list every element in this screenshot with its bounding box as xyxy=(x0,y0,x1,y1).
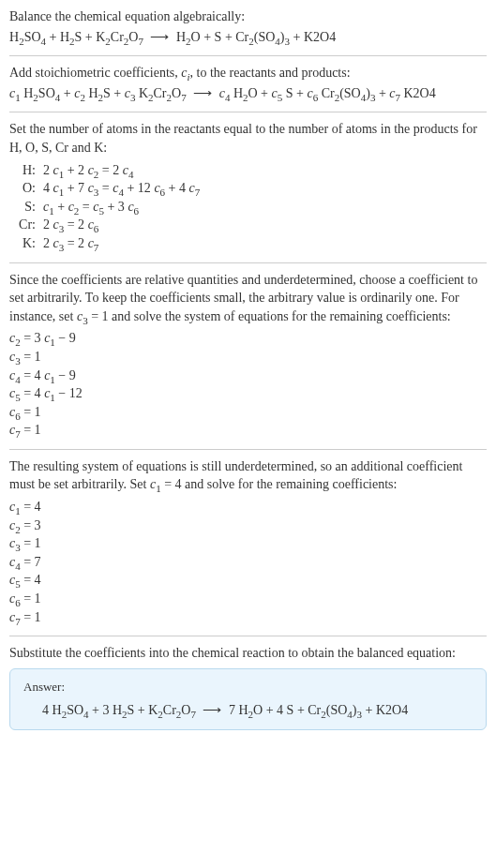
element-equation: 2 c1 + 2 c2 = 2 c4 xyxy=(39,161,203,180)
coefficient-line: c2 = 3 c1 − 9 xyxy=(9,329,487,348)
element-equation: c1 + c2 = c5 + 3 c6 xyxy=(39,198,203,217)
title-line: Balance the chemical equation algebraica… xyxy=(9,7,487,26)
element-label: S: xyxy=(9,198,39,217)
coefficient-line: c6 = 1 xyxy=(9,403,487,422)
equation-with-coefficients: c1 H2SO4 + c2 H2S + c3 K2Cr2O7 ⟶ c4 H2O … xyxy=(9,84,487,103)
divider xyxy=(9,112,487,112)
coefficient-list-1: c2 = 3 c1 − 9 c3 = 1 c4 = 4 c1 − 9 c5 = … xyxy=(9,329,487,440)
table-row: O: 4 c1 + 7 c3 = c4 + 12 c6 + 4 c7 xyxy=(9,179,203,198)
table-row: K: 2 c3 = 2 c7 xyxy=(9,234,203,253)
divider xyxy=(9,636,487,636)
step-underdetermined-2: The resulting system of equations is sti… xyxy=(9,457,487,494)
coefficient-line: c4 = 4 c1 − 9 xyxy=(9,367,487,385)
coefficient-line: c5 = 4 c1 − 12 xyxy=(9,384,487,403)
coefficient-line: c4 = 7 xyxy=(9,553,487,572)
coefficient-line: c3 = 1 xyxy=(9,348,487,367)
coefficient-line: c6 = 1 xyxy=(9,590,487,608)
coefficient-line: c2 = 3 xyxy=(9,516,487,535)
coefficient-line: c5 = 4 xyxy=(9,571,487,590)
answer-box: Answer: 4 H2SO4 + 3 H2S + K2Cr2O7 ⟶ 7 H2… xyxy=(9,668,487,730)
element-label: H: xyxy=(9,161,39,180)
coefficient-line: c3 = 1 xyxy=(9,534,487,553)
coefficient-list-2: c1 = 4 c2 = 3 c3 = 1 c4 = 7 c5 = 4 c6 = … xyxy=(9,498,487,626)
element-label: Cr: xyxy=(9,216,39,234)
divider xyxy=(9,449,487,450)
coefficient-line: c1 = 4 xyxy=(9,498,487,516)
step-substitute: Substitute the coefficients into the che… xyxy=(9,644,487,663)
step-atom-balance: Set the number of atoms in the reactants… xyxy=(9,120,487,157)
table-row: Cr: 2 c3 = 2 c6 xyxy=(9,216,203,234)
step-add-coefficients: Add stoichiometric coefficients, ci, to … xyxy=(9,64,487,82)
element-equation: 2 c3 = 2 c7 xyxy=(39,234,203,253)
step-underdetermined-1: Since the coefficients are relative quan… xyxy=(9,271,487,326)
element-equation: 2 c3 = 2 c6 xyxy=(39,216,203,234)
answer-label: Answer: xyxy=(23,679,473,696)
element-equation: 4 c1 + 7 c3 = c4 + 12 c6 + 4 c7 xyxy=(39,179,203,198)
atom-balance-table: H: 2 c1 + 2 c2 = 2 c4 O: 4 c1 + 7 c3 = c… xyxy=(9,161,203,253)
element-label: O: xyxy=(9,179,39,198)
coefficient-line: c7 = 1 xyxy=(9,421,487,440)
table-row: S: c1 + c2 = c5 + 3 c6 xyxy=(9,198,203,217)
element-label: K: xyxy=(9,234,39,253)
divider xyxy=(9,55,487,56)
answer-equation: 4 H2SO4 + 3 H2S + K2Cr2O7 ⟶ 7 H2O + 4 S … xyxy=(23,701,473,720)
coefficient-line: c7 = 1 xyxy=(9,608,487,627)
table-row: H: 2 c1 + 2 c2 = 2 c4 xyxy=(9,161,203,180)
divider xyxy=(9,262,487,263)
equation-plain: H2SO4 + H2S + K2Cr2O7 ⟶ H2O + S + Cr2(SO… xyxy=(9,28,487,47)
